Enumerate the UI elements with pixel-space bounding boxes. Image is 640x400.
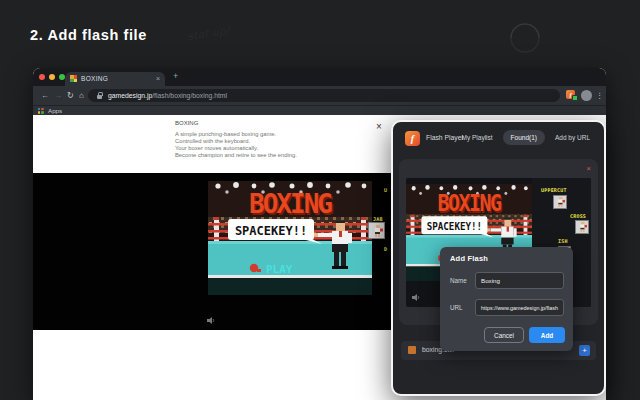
flash-player-popup: f Flash Player My Playlist Found(1) Add … bbox=[391, 120, 606, 396]
tab-add-by-url[interactable]: Add by URL bbox=[547, 130, 598, 145]
popup-tab-bar: My Playlist Found(1) Add by URL bbox=[454, 130, 598, 145]
description-close-icon[interactable]: × bbox=[376, 121, 382, 132]
tab-title: BOXING bbox=[81, 75, 108, 82]
window-close-button[interactable] bbox=[39, 74, 45, 80]
name-input[interactable]: Boxing bbox=[475, 272, 564, 289]
move-label-fragment: D bbox=[384, 246, 387, 252]
move-label-fragment: ISH bbox=[558, 238, 568, 244]
tab-my-playlist[interactable]: My Playlist bbox=[454, 130, 501, 145]
flash-extension-badge bbox=[572, 95, 578, 101]
url-field-label: URL bbox=[450, 304, 463, 311]
move-jab-sprite bbox=[368, 222, 385, 239]
apps-grid-icon bbox=[38, 108, 44, 114]
new-tab-button[interactable]: + bbox=[173, 71, 178, 81]
cancel-button[interactable]: Cancel bbox=[484, 327, 524, 343]
tab-strip: BOXING × + bbox=[33, 68, 606, 86]
add-button[interactable]: Add bbox=[529, 327, 565, 343]
move-uppercut-sprite bbox=[553, 195, 567, 209]
mute-speaker-icon[interactable] bbox=[207, 316, 216, 325]
home-icon[interactable]: ⌂ bbox=[79, 91, 84, 100]
move-cross-sprite bbox=[575, 220, 589, 234]
add-flash-dialog: Add Flash Name Boxing URL https://www.ga… bbox=[440, 247, 573, 351]
swf-file-icon bbox=[408, 346, 416, 354]
url-text[interactable]: gamedesign.jp/flash/boxing/boxing.html bbox=[108, 92, 227, 99]
found-flash-panel: × UPPERCUT CROSS ISH bbox=[399, 159, 598, 325]
move-uppercut-label: UPPERCUT bbox=[541, 187, 567, 193]
game-description-line: Become champion and retire to see the en… bbox=[175, 152, 297, 158]
bookmark-apps[interactable]: Apps bbox=[48, 107, 62, 114]
svg-text:stat up!: stat up! bbox=[187, 24, 232, 43]
address-bar[interactable]: gamedesign.jp/flash/boxing/boxing.html bbox=[88, 89, 560, 102]
browser-tab[interactable]: BOXING × bbox=[65, 72, 165, 86]
reload-icon[interactable]: ↻ bbox=[67, 91, 74, 100]
flash-game-canvas[interactable] bbox=[208, 181, 372, 295]
slide-title: 2. Add flash file bbox=[30, 27, 147, 43]
bookmarks-bar: Apps bbox=[33, 105, 606, 115]
url-input[interactable]: https://www.gamedesign.jp/flash bbox=[475, 299, 564, 316]
screenshot-stage: stat up! play HP BO bbox=[0, 0, 640, 400]
browser-toolbar: ← → ↻ ⌂ gamedesign.jp/flash/boxing/boxin… bbox=[33, 86, 606, 105]
game-description-line: Your boxer moves automatically. bbox=[175, 145, 258, 151]
tab-favicon-icon bbox=[70, 75, 77, 82]
window-minimize-button[interactable] bbox=[49, 74, 55, 80]
back-icon[interactable]: ← bbox=[41, 91, 49, 100]
game-description-line: Controlled with the keyboard. bbox=[175, 138, 250, 144]
tab-close-icon[interactable]: × bbox=[156, 75, 160, 83]
tab-found[interactable]: Found(1) bbox=[503, 130, 545, 145]
game-description-title: BOXING bbox=[175, 120, 198, 126]
add-to-playlist-icon[interactable]: + bbox=[579, 345, 590, 356]
dialog-title: Add Flash bbox=[450, 254, 488, 263]
preview-speaker-icon[interactable] bbox=[412, 293, 421, 302]
preview-close-icon[interactable]: × bbox=[586, 164, 591, 173]
move-label-fragment: U bbox=[384, 187, 387, 193]
profile-avatar[interactable] bbox=[581, 90, 592, 101]
forward-icon[interactable]: → bbox=[54, 91, 62, 100]
browser-menu-icon[interactable]: ⋮ bbox=[596, 91, 604, 100]
flash-player-logo-icon: f bbox=[405, 131, 420, 146]
game-description-line: A simple punching-based boxing game. bbox=[175, 131, 276, 137]
name-field-label: Name bbox=[450, 277, 467, 284]
move-cross-label: CROSS bbox=[570, 213, 586, 219]
